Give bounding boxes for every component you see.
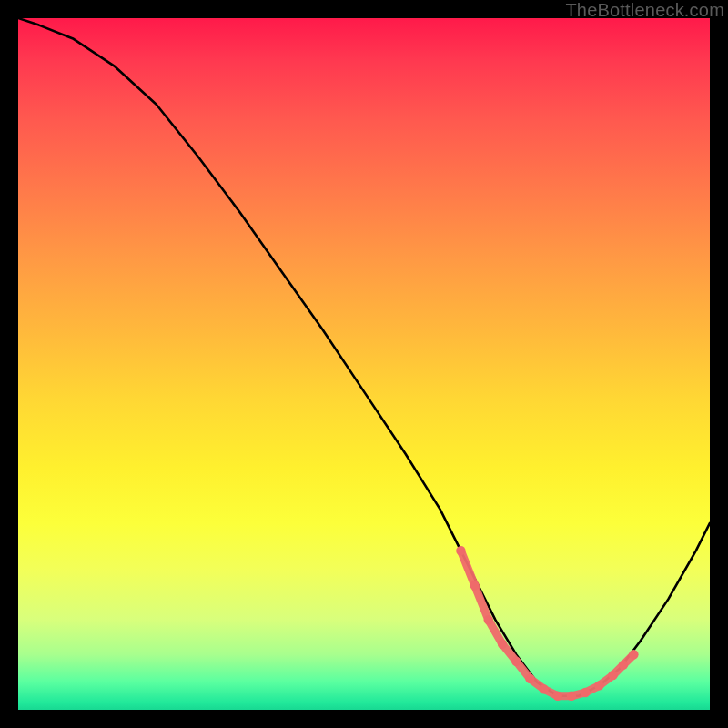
highlight-dot bbox=[498, 640, 507, 649]
highlight-dot bbox=[470, 581, 479, 590]
highlight-dot bbox=[525, 674, 534, 683]
highlight-dot bbox=[608, 671, 617, 680]
plot-area bbox=[18, 18, 710, 710]
highlight-dot bbox=[553, 692, 562, 701]
highlight-dot bbox=[581, 688, 590, 697]
highlight-dot bbox=[594, 681, 603, 690]
bottleneck-curve-path bbox=[18, 18, 710, 696]
highlight-dot bbox=[484, 615, 493, 624]
highlight-dot bbox=[511, 657, 521, 666]
highlight-dot bbox=[539, 684, 548, 693]
highlight-dot bbox=[629, 650, 638, 659]
highlight-dot bbox=[619, 660, 628, 669]
chart-frame: TheBottleneck.com bbox=[0, 0, 728, 728]
bottleneck-curve bbox=[18, 18, 710, 696]
highlight-dot bbox=[567, 692, 576, 701]
highlight-dot bbox=[456, 546, 465, 555]
highlight-dots bbox=[456, 546, 638, 701]
chart-svg bbox=[18, 18, 710, 710]
